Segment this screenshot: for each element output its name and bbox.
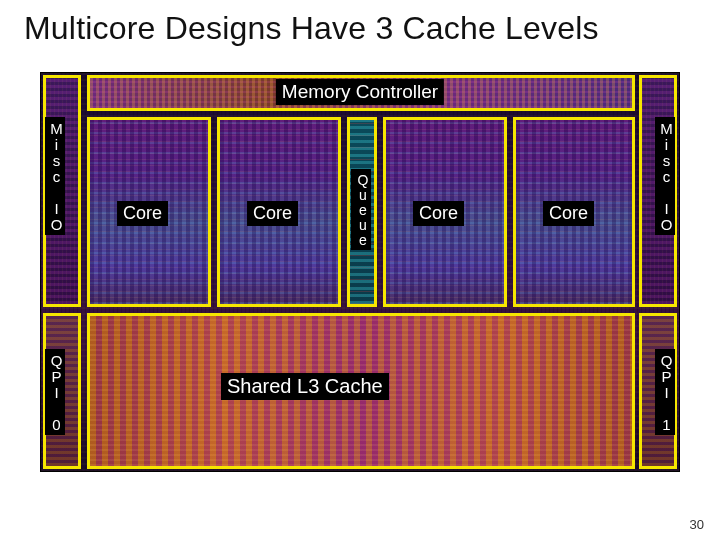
qpi0-label-text: QPI 0 (48, 352, 64, 432)
core-1-label: Core (247, 201, 298, 226)
qpi-1-label: QPI 1 (655, 349, 675, 435)
misc-io-left-label: Misc IO (45, 117, 65, 235)
qpi-0-label: QPI 0 (45, 349, 65, 435)
slide: Multicore Designs Have 3 Cache Levels Me… (0, 0, 720, 540)
core-2-label: Core (413, 201, 464, 226)
memory-controller-label: Memory Controller (276, 79, 444, 105)
misc-io-right-label: Misc IO (655, 117, 675, 235)
qpi1-label-text: QPI 1 (658, 352, 674, 432)
misc-label-text: Misc IO (48, 120, 64, 232)
core-0-label: Core (117, 201, 168, 226)
queue-label-text: Queue (355, 172, 370, 247)
queue-label: Queue (351, 169, 371, 250)
cpu-die: Memory Controller Misc IO Misc IO Core C… (40, 72, 680, 472)
page-title: Multicore Designs Have 3 Cache Levels (0, 0, 720, 53)
misc-label-text: Misc IO (658, 120, 674, 232)
die-diagram: Memory Controller Misc IO Misc IO Core C… (40, 72, 680, 472)
l3-cache-label: Shared L3 Cache (221, 373, 389, 400)
core-3-label: Core (543, 201, 594, 226)
page-number: 30 (690, 517, 704, 532)
